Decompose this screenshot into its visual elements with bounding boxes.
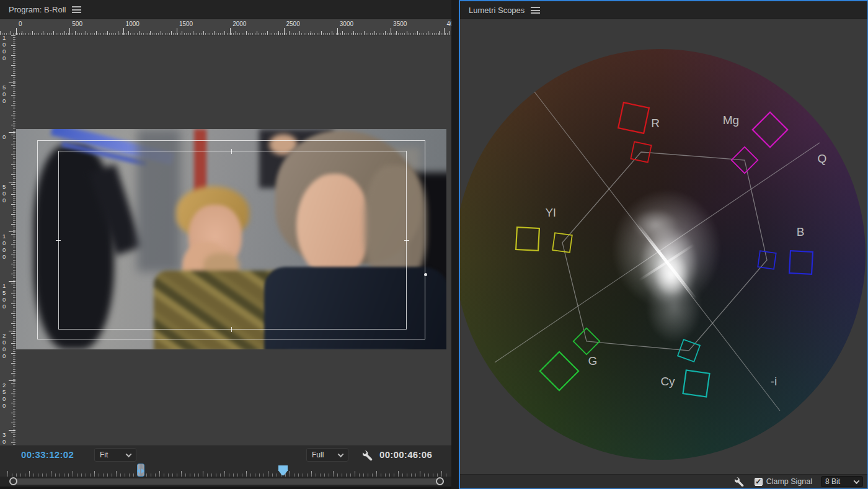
program-control-bar: 00:33:12:02 Fit Full 00:00:46:06: [0, 446, 451, 463]
lumetri-panel-header: Lumetri Scopes: [460, 1, 867, 19]
bit-depth-dropdown[interactable]: 8 Bit: [821, 476, 863, 487]
vectorscope-channel-label-R: R: [651, 117, 660, 130]
title-safe-rect: [58, 151, 407, 330]
panel-divider[interactable]: [451, 0, 459, 489]
panel-menu-icon[interactable]: [72, 6, 81, 14]
ruler-label: 1500: [179, 20, 193, 27]
ruler-major-tick: [337, 28, 338, 35]
program-panel-header: Program: B-Roll: [0, 0, 451, 19]
ruler-major-tick: [9, 132, 16, 133]
horizontal-ruler: 050010001500200025003000350040: [0, 19, 451, 35]
vectorscope-channel-label-G: G: [588, 354, 598, 368]
chevron-down-icon: [854, 478, 860, 484]
ruler-major-tick: [123, 28, 124, 35]
ruler-label: 1000: [126, 20, 140, 27]
sequence-duration: 00:00:46:06: [379, 449, 432, 460]
settings-wrench-button[interactable]: [361, 449, 374, 461]
ruler-label: 0: [2, 133, 6, 140]
wrench-icon: [735, 477, 745, 487]
chevron-down-icon: [126, 451, 132, 457]
ruler-major-tick: [177, 28, 177, 35]
ruler-major-tick: [69, 28, 70, 35]
ruler-major-tick: [9, 380, 16, 381]
playback-resolution-dropdown[interactable]: Full: [306, 448, 348, 462]
ruler-label: 3500: [393, 20, 407, 27]
wrench-icon: [363, 450, 373, 460]
axis-label-Q: Q: [818, 152, 827, 166]
scrollbar-thumb[interactable]: [10, 478, 444, 485]
ruler-major-tick: [230, 28, 231, 35]
ruler-label: 3000: [340, 20, 353, 27]
zoom-level-dropdown[interactable]: Fit: [94, 448, 136, 462]
panel-bottom-edge: [0, 487, 451, 489]
ruler-major-tick: [9, 430, 16, 431]
vectorscope-channel-label-Cy: Cy: [660, 375, 675, 388]
ruler-major-tick: [444, 28, 445, 35]
vertical-ruler: 1 0 0 05 0 005 0 01 0 0 01 5 0 02 0 0 02…: [0, 35, 16, 446]
ruler-major-tick: [9, 331, 16, 331]
chevron-down-icon: [338, 451, 344, 457]
scrollbar-knob-right[interactable]: [436, 477, 444, 485]
lumetri-footer-bar: ✓ Clamp Signal 8 Bit: [460, 474, 867, 488]
zoom-level-value: Fit: [100, 451, 108, 459]
safe-tick-left: [56, 240, 61, 241]
ruler-label: 500: [72, 20, 82, 27]
ruler-label: 2 5 0 0: [2, 382, 6, 409]
edge-handle-dot[interactable]: [424, 273, 427, 276]
ruler-major-tick: [284, 28, 285, 35]
ruler-major-tick: [391, 28, 391, 35]
playhead-handle[interactable]: [137, 464, 144, 477]
axis-label-neg-i: -i: [771, 375, 777, 388]
ruler-label: 2 0 0 0: [2, 332, 6, 359]
program-viewport[interactable]: [16, 35, 451, 446]
safe-tick-top: [231, 149, 232, 154]
bit-depth-value: 8 Bit: [825, 477, 840, 486]
ruler-label: 2500: [286, 20, 300, 27]
ruler-major-tick: [9, 83, 16, 83]
ruler-major-tick: [9, 231, 16, 232]
scopes-settings-wrench-button[interactable]: [733, 475, 746, 488]
current-timecode[interactable]: 00:33:12:02: [21, 449, 74, 460]
program-panel-title: Program: B-Roll: [0, 5, 66, 14]
safe-tick-bottom: [231, 327, 232, 332]
vectorscope-channel-label-Mg: Mg: [723, 114, 739, 127]
timeline-marker[interactable]: [278, 465, 288, 475]
playback-resolution-value: Full: [312, 451, 324, 459]
ruler-label: 2000: [232, 20, 246, 27]
ruler-label: 1 5 0 0: [2, 282, 6, 310]
ruler-label: 40: [446, 20, 451, 27]
clamp-signal-label: Clamp Signal: [766, 477, 812, 486]
ruler-label: 1 0 0 0: [2, 233, 6, 260]
ruler-label: 5 0 0: [2, 84, 6, 104]
vectorscope-channel-label-Yl: Yl: [546, 206, 556, 220]
clamp-signal-checkbox[interactable]: ✓: [755, 478, 763, 486]
panel-menu-icon[interactable]: [531, 7, 540, 14]
ruler-major-tick: [9, 182, 16, 182]
scrollbar-knob-left[interactable]: [9, 477, 17, 485]
ruler-label: 1 0 0 0: [2, 35, 6, 61]
ruler-label: 3 0 0 0: [2, 431, 6, 446]
program-monitor-panel: Program: B-Roll 050010001500200025003000…: [0, 0, 451, 489]
ruler-label: 0: [19, 20, 22, 27]
ruler-major-tick: [16, 28, 17, 35]
video-frame[interactable]: [16, 129, 446, 349]
safe-tick-right: [404, 240, 409, 241]
horizontal-scrollbar[interactable]: [0, 477, 451, 487]
vectorscope-channel-label-B: B: [797, 225, 805, 239]
lumetri-panel-title: Lumetri Scopes: [460, 6, 525, 15]
ruler-label: 5 0 0: [2, 183, 6, 204]
scrub-bar[interactable]: [0, 463, 451, 477]
ruler-major-tick: [9, 281, 16, 282]
lumetri-scopes-panel: Lumetri Scopes RMgBCyGYlQ-i ✓ Clamp Sign…: [459, 0, 868, 489]
